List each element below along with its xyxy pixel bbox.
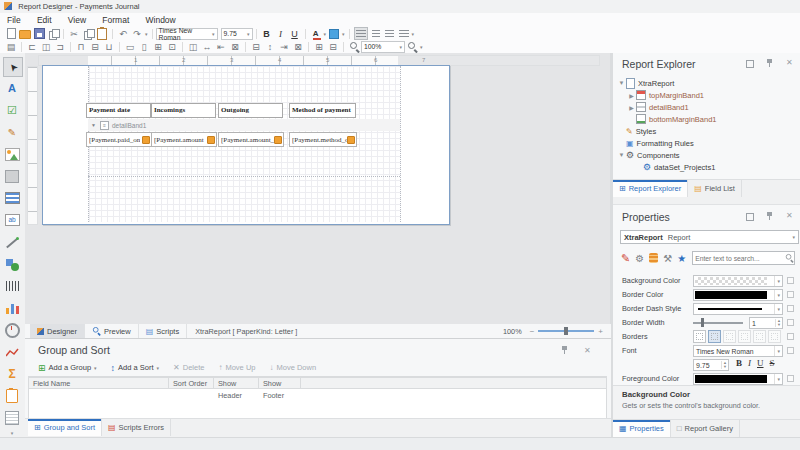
tab-report-explorer[interactable]: ⊞ Report Explorer: [613, 180, 688, 197]
shape-tool[interactable]: [3, 255, 21, 273]
align-horizontal-centers-icon[interactable]: ◫: [40, 41, 52, 52]
border-color-editor[interactable]: ▾: [693, 289, 783, 301]
tree-item-components[interactable]: ▼ ⚙ Components: [617, 149, 797, 161]
label-tool[interactable]: A: [3, 79, 21, 97]
zoom-slider-handle[interactable]: [564, 327, 568, 335]
property-row-border-dash-style[interactable]: Border Dash Style ▾: [613, 301, 800, 315]
field-cell-amount-out[interactable]: [Payment.amount_o: [218, 132, 284, 147]
save-all-button[interactable]: [47, 28, 59, 39]
tab-scripts-errors[interactable]: ▤ Scripts Errors: [102, 419, 171, 436]
table-tool[interactable]: [3, 189, 21, 207]
field-cell-paid-on[interactable]: [Payment.paid_on: [86, 132, 152, 147]
chevron-right-icon[interactable]: ▶: [627, 104, 636, 111]
tree-item-bottommarginband[interactable]: bottomMarginBand1: [617, 113, 797, 125]
highlight-color-button[interactable]: [328, 28, 340, 39]
zoom-in-icon[interactable]: [406, 41, 418, 52]
band-collapse-icon[interactable]: ▼: [91, 122, 96, 128]
favorites-category-icon[interactable]: ★: [677, 253, 686, 264]
font-strikeout-button[interactable]: S: [770, 358, 775, 368]
border-left-button[interactable]: [723, 330, 736, 343]
align-right-button[interactable]: [384, 28, 396, 39]
cut-button[interactable]: ✂: [68, 28, 80, 39]
undo-button[interactable]: ↶: [117, 28, 129, 39]
equal-vertical-spacing-icon[interactable]: ⊟: [250, 41, 262, 52]
field-cell-method[interactable]: [Payment.method_o: [289, 132, 357, 147]
zoom-slider-track[interactable]: [538, 330, 594, 332]
bring-to-front-icon[interactable]: ▤: [5, 41, 17, 52]
tree-item-detailband[interactable]: ▶ detailBand1: [617, 101, 797, 113]
zoom-dropdown-icon[interactable]: ▾: [420, 44, 423, 50]
zoom-out-icon[interactable]: [348, 41, 360, 52]
close-icon[interactable]: ✕: [786, 58, 793, 67]
align-dropdown-icon[interactable]: ▾: [412, 31, 415, 37]
fit-to-grid-icon[interactable]: ⊡: [166, 41, 178, 52]
font-size-combo[interactable]: 9.75▾: [221, 28, 253, 40]
data-category-icon[interactable]: [649, 253, 658, 263]
tab-scripts[interactable]: ▤ Scripts: [139, 324, 187, 338]
redo-dropdown-icon[interactable]: ▾: [145, 31, 148, 37]
bar-code-tool[interactable]: [3, 277, 21, 295]
header-label-payment-date[interactable]: Payment date: [86, 103, 151, 118]
column-field-name[interactable]: Field Name: [29, 377, 169, 389]
maximize-icon[interactable]: [746, 213, 754, 223]
picture-box-tool[interactable]: [3, 145, 21, 163]
field-cell-amount[interactable]: [Payment.amount: [151, 132, 217, 147]
background-color-editor[interactable]: ▾: [693, 275, 783, 287]
font-underline-button[interactable]: U: [757, 358, 764, 368]
border-width-slider-handle[interactable]: [701, 318, 704, 327]
remove-vertical-spacing-icon[interactable]: ⊠: [292, 41, 304, 52]
border-width-spinner[interactable]: 1 ▲▼: [749, 317, 783, 329]
align-right-edges-icon[interactable]: ⊐: [54, 41, 66, 52]
customize-box[interactable]: [787, 277, 794, 284]
property-row-foreground-color[interactable]: Foreground Color ▾: [613, 371, 800, 385]
pin-icon[interactable]: [766, 211, 774, 223]
foreground-color-editor[interactable]: ▾: [693, 373, 783, 385]
menu-view[interactable]: View: [61, 13, 93, 27]
chart-tool[interactable]: [3, 299, 21, 317]
move-down-button[interactable]: ↓ Move Down: [269, 363, 316, 372]
chevron-down-icon[interactable]: ▼: [617, 152, 626, 158]
highlight-dropdown-icon[interactable]: ▾: [342, 31, 345, 37]
move-up-button[interactable]: ↑ Move Up: [218, 363, 255, 372]
pin-icon[interactable]: [766, 58, 774, 70]
font-name-combo[interactable]: Times New Roman▾: [156, 28, 218, 40]
new-report-button[interactable]: [5, 28, 17, 39]
group-sort-grid[interactable]: Field Name Sort Order Show Header Show F…: [28, 376, 607, 421]
border-right-button[interactable]: [753, 330, 766, 343]
tree-item-formatting-rules[interactable]: ▣ Formatting Rules: [617, 137, 797, 149]
zoom-plus-icon[interactable]: +: [598, 327, 603, 336]
property-row-font-style[interactable]: 9.75 ▲▼ BIUS: [613, 357, 800, 371]
tree-item-topmarginband[interactable]: ▶ topMarginBand1: [617, 89, 797, 101]
panel-tool[interactable]: [3, 167, 21, 185]
delete-button[interactable]: ✕ Delete: [173, 363, 204, 372]
align-left-button[interactable]: [354, 27, 368, 40]
toolbox-overflow-icon[interactable]: ▾: [3, 429, 21, 437]
border-all-button[interactable]: [708, 330, 721, 343]
tree-item-dataset[interactable]: ⚙ dataSet_Projects1: [617, 161, 797, 173]
close-icon[interactable]: ✕: [584, 346, 591, 355]
object-selector-combo[interactable]: XtraReport Report ▾: [620, 230, 799, 244]
appearance-category-icon[interactable]: ✎: [621, 252, 630, 265]
make-same-height-icon[interactable]: ▯: [138, 41, 150, 52]
make-same-size-icon[interactable]: ⊞: [152, 41, 164, 52]
page-info-tool[interactable]: [3, 387, 21, 405]
italic-button[interactable]: I: [275, 28, 287, 39]
align-vertical-centers-icon[interactable]: ⊟: [89, 41, 101, 52]
design-surface[interactable]: 1 2 3 4 5 6 7 Payment date Incomings Out…: [25, 53, 611, 324]
search-input[interactable]: [693, 255, 785, 262]
add-a-sort-button[interactable]: ↕ Add a Sort ▾: [111, 363, 159, 373]
menu-edit[interactable]: Edit: [30, 13, 59, 27]
border-none-button[interactable]: [693, 330, 706, 343]
font-bold-button[interactable]: B: [736, 358, 742, 368]
save-button[interactable]: [33, 28, 45, 39]
center-vertically-icon[interactable]: ⊟: [327, 41, 339, 52]
menu-window[interactable]: Window: [139, 13, 183, 27]
tab-field-list[interactable]: ▤ Field List: [688, 180, 742, 197]
underline-button[interactable]: U: [289, 28, 301, 39]
detail-band-strip[interactable]: ▼ ≡ detailBand1: [88, 119, 400, 131]
report-page[interactable]: Payment date Incomings Outgoing Method o…: [42, 65, 450, 225]
border-top-button[interactable]: [738, 330, 751, 343]
character-comb-tool[interactable]: ab: [3, 211, 21, 229]
zoom-minus-icon[interactable]: −: [530, 327, 535, 336]
menu-file[interactable]: File: [0, 13, 28, 27]
